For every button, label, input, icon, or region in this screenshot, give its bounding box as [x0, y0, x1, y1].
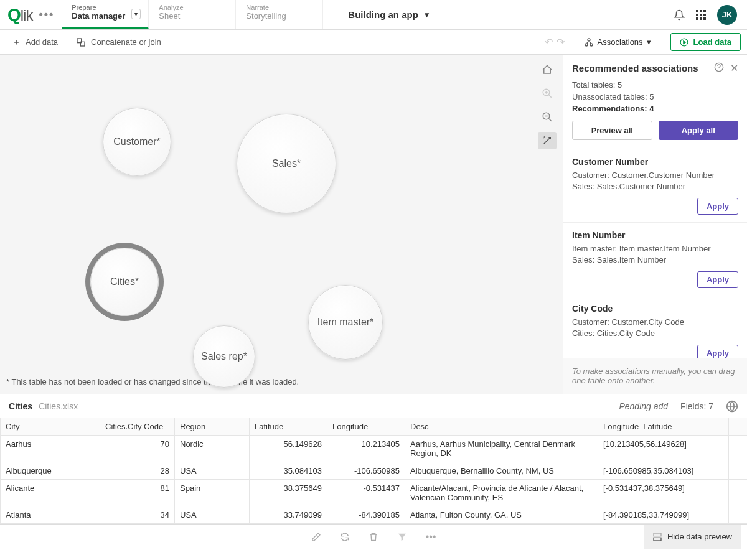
table-row[interactable]: Atlanta34USA33.749099-84.390185Atlanta, … [1, 506, 748, 524]
column-header[interactable]: Cities.City Code [100, 418, 175, 436]
filter-icon[interactable] [397, 532, 407, 542]
divider [571, 35, 571, 50]
edit-icon[interactable] [311, 532, 321, 542]
rec-title: Item Number [572, 230, 738, 240]
bell-icon[interactable] [674, 9, 685, 21]
app-title-text: Building an app [348, 9, 418, 20]
table-cell: [-0.531437,38.375649] [598, 480, 729, 506]
close-icon[interactable]: ✕ [730, 62, 738, 74]
table-cell: USA [175, 506, 250, 524]
panel-hint: To make associations manually, you can d… [563, 358, 747, 394]
avatar[interactable]: JK [717, 5, 737, 25]
more-icon[interactable]: ••• [426, 531, 436, 543]
table-cell: -106.650985 [327, 462, 405, 480]
recommendations-list: Customer NumberCustomer: Customer.Custom… [563, 149, 747, 358]
concatenate-button[interactable]: Concatenate or join [70, 34, 167, 51]
table-bubble[interactable]: Sales rep* [193, 325, 255, 388]
table-cell: -0.531437 [327, 480, 405, 506]
grid-menu-icon[interactable] [696, 10, 706, 20]
main-area: * This table has not been loaded or has … [0, 55, 747, 394]
rec-title: Customer Number [572, 157, 738, 167]
help-icon[interactable] [714, 62, 724, 74]
concat-label: Concatenate or join [91, 37, 161, 47]
preview-footer: ••• Hide data preview [0, 524, 747, 549]
column-header[interactable]: City [1, 418, 100, 436]
table-cell: 56.149628 [250, 436, 327, 462]
nav-tabs: Prepare Data manager ▾ Analyze Sheet Nar… [62, 0, 323, 29]
magic-wand-icon[interactable] [538, 132, 557, 149]
tab-analyze[interactable]: Analyze Sheet [149, 0, 236, 29]
column-header[interactable]: Desc [405, 418, 598, 436]
recommendation-card[interactable]: Item NumberItem master: Item master.Item… [563, 223, 747, 296]
recommendation-card[interactable]: City CodeCustomer: Customer.City CodeCit… [563, 296, 747, 358]
play-icon [680, 38, 688, 47]
add-data-label: Add data [26, 37, 58, 47]
apply-button[interactable]: Apply [697, 198, 738, 215]
undo-icon[interactable]: ↶ [545, 36, 553, 48]
tab-prepare[interactable]: Prepare Data manager ▾ [62, 0, 149, 29]
recommendation-card[interactable]: Customer NumberCustomer: Customer.Custom… [563, 149, 747, 223]
table-bubble[interactable]: Cities* [90, 248, 159, 316]
load-data-button[interactable]: Load data [670, 33, 741, 51]
column-header[interactable]: Region [175, 418, 250, 436]
delete-icon[interactable] [369, 532, 378, 542]
zoom-in-icon[interactable] [538, 85, 557, 102]
table-row[interactable]: Albuquerque28USA35.084103-106.650985Albu… [1, 462, 748, 480]
tab-label: Storytelling [246, 11, 312, 21]
redo-icon[interactable]: ↷ [557, 36, 565, 48]
associations-icon [584, 37, 594, 47]
app-title[interactable]: Building an app ▼ [323, 0, 664, 29]
apply-button[interactable]: Apply [697, 345, 738, 358]
table-bubble[interactable]: Customer* [103, 108, 171, 176]
table-row[interactable]: Aarhus70Nordic56.14962810.213405Aarhus, … [1, 436, 748, 462]
table-cell: -84.390185 [327, 506, 405, 524]
divider [67, 35, 67, 50]
svg-rect-12 [654, 533, 661, 536]
associations-canvas[interactable]: * This table has not been loaded or has … [0, 55, 563, 394]
preview-fields: Fields: 7 [680, 401, 713, 411]
divider [664, 35, 664, 50]
table-cell: Spain [175, 480, 250, 506]
table-cell: Alicante [1, 480, 100, 506]
apply-button[interactable]: Apply [697, 271, 738, 288]
svg-rect-11 [654, 538, 661, 541]
table-cell: Aarhus, Aarhus Municipality, Central Den… [405, 436, 598, 462]
table-cell: [10.213405,56.149628] [598, 436, 729, 462]
globe-icon[interactable] [726, 400, 738, 413]
table-cell: 28 [100, 462, 175, 480]
rec-detail: Customer: Customer.City Code [572, 317, 738, 327]
column-header[interactable]: Longitude [327, 418, 405, 436]
table-bubble[interactable]: Item master* [308, 285, 383, 360]
rec-detail: Sales: Sales.Item Number [572, 255, 738, 264]
rec-detail: Customer: Customer.Customer Number [572, 170, 738, 180]
logo-more-icon[interactable]: ••• [39, 8, 54, 21]
table-row[interactable]: Alicante81Spain38.375649-0.531437Alicant… [1, 480, 748, 506]
preview-all-button[interactable]: Preview all [572, 121, 652, 140]
hide-preview-button[interactable]: Hide data preview [644, 525, 741, 549]
column-header[interactable]: Latitude [250, 418, 327, 436]
add-data-button[interactable]: ＋ Add data [6, 33, 64, 52]
table-cell: Albuquerque [1, 462, 100, 480]
chevron-down-icon: ▾ [647, 37, 651, 47]
stat-total-tables: Total tables: 5 [572, 80, 738, 90]
table-cell: Atlanta [1, 506, 100, 524]
tab-sup: Analyze [159, 4, 225, 11]
plus-icon: ＋ [12, 37, 21, 48]
view-dropdown[interactable]: Associations ▾ [578, 34, 657, 51]
stat-unassociated: Unassociated tables: 5 [572, 92, 738, 101]
home-icon[interactable] [538, 61, 557, 78]
table-cell: 10.213405 [327, 436, 405, 462]
table-bubble[interactable]: Sales* [237, 114, 336, 213]
tab-narrate[interactable]: Narrate Storytelling [236, 0, 323, 29]
app-logo: Qlik [7, 5, 32, 25]
table-cell: 38.375649 [250, 480, 327, 506]
apply-all-button[interactable]: Apply all [659, 121, 739, 140]
column-header[interactable]: Longitude_Latitude [598, 418, 729, 436]
table-cell: Albuquerque, Bernalillo County, NM, US [405, 462, 598, 480]
table-cell: Atlanta, Fulton County, GA, US [405, 506, 598, 524]
chevron-down-icon[interactable]: ▾ [131, 9, 141, 19]
refresh-icon[interactable] [340, 532, 350, 542]
zoom-out-icon[interactable] [538, 108, 557, 126]
table-cell: Alicante/Alacant, Provincia de Alicante … [405, 480, 598, 506]
preview-table: CityCities.City CodeRegionLatitudeLongit… [0, 418, 747, 524]
